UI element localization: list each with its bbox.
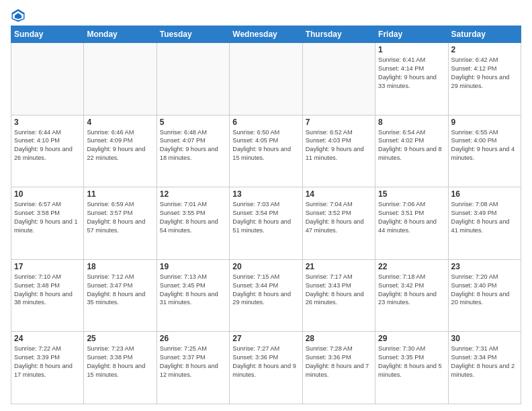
day-number: 27 (232, 334, 299, 343)
day-info: Sunrise: 7:06 AMSunset: 3:51 PMDaylight:… (378, 200, 445, 235)
day-info: Sunrise: 7:13 AMSunset: 3:45 PMDaylight:… (160, 273, 226, 308)
calendar-cell: 3Sunrise: 6:44 AMSunset: 4:10 PMDaylight… (11, 115, 84, 187)
day-info: Sunrise: 7:30 AMSunset: 3:35 PMDaylight:… (378, 345, 445, 379)
calendar-cell: 7Sunrise: 6:52 AMSunset: 4:03 PMDaylight… (302, 115, 375, 187)
calendar-cell: 12Sunrise: 7:01 AMSunset: 3:55 PMDayligh… (157, 187, 229, 260)
day-number: 15 (378, 189, 445, 199)
day-number: 8 (378, 118, 445, 127)
calendar-cell (230, 43, 302, 116)
header (11, 8, 521, 23)
logo-icon (11, 8, 26, 23)
day-number: 29 (378, 334, 445, 343)
day-info: Sunrise: 7:23 AMSunset: 3:38 PMDaylight:… (87, 345, 153, 379)
calendar-cell: 30Sunrise: 7:31 AMSunset: 3:34 PMDayligh… (448, 332, 521, 404)
calendar-cell (302, 43, 375, 116)
day-info: Sunrise: 7:12 AMSunset: 3:47 PMDaylight:… (87, 273, 153, 308)
day-info: Sunrise: 7:15 AMSunset: 3:44 PMDaylight:… (232, 273, 299, 308)
day-number: 18 (87, 262, 153, 271)
day-info: Sunrise: 6:41 AMSunset: 4:14 PMDaylight:… (378, 56, 445, 91)
day-info: Sunrise: 6:44 AMSunset: 4:10 PMDaylight:… (14, 128, 81, 163)
calendar-cell: 11Sunrise: 6:59 AMSunset: 3:57 PMDayligh… (84, 187, 157, 260)
calendar-cell: 2Sunrise: 6:42 AMSunset: 4:12 PMDaylight… (448, 43, 521, 116)
calendar-cell (84, 43, 157, 116)
day-number: 5 (160, 118, 226, 127)
day-info: Sunrise: 6:55 AMSunset: 4:00 PMDaylight:… (451, 128, 518, 163)
day-number: 21 (306, 262, 372, 271)
day-info: Sunrise: 6:46 AMSunset: 4:09 PMDaylight:… (87, 128, 153, 163)
day-number: 19 (160, 262, 226, 271)
day-info: Sunrise: 6:48 AMSunset: 4:07 PMDaylight:… (160, 128, 226, 163)
calendar-cell: 17Sunrise: 7:10 AMSunset: 3:48 PMDayligh… (11, 259, 84, 332)
day-number: 20 (232, 262, 299, 271)
calendar-cell (11, 43, 84, 116)
day-info: Sunrise: 6:52 AMSunset: 4:03 PMDaylight:… (306, 128, 372, 163)
calendar-cell: 21Sunrise: 7:17 AMSunset: 3:43 PMDayligh… (302, 259, 375, 332)
calendar-cell: 1Sunrise: 6:41 AMSunset: 4:14 PMDaylight… (375, 43, 448, 116)
day-info: Sunrise: 7:28 AMSunset: 3:36 PMDaylight:… (306, 345, 372, 379)
calendar-cell: 20Sunrise: 7:15 AMSunset: 3:44 PMDayligh… (230, 259, 302, 332)
day-number: 10 (14, 189, 81, 199)
calendar-cell: 18Sunrise: 7:12 AMSunset: 3:47 PMDayligh… (84, 259, 157, 332)
calendar-cell: 10Sunrise: 6:57 AMSunset: 3:58 PMDayligh… (11, 187, 84, 260)
calendar-col-header: Monday (84, 26, 157, 43)
calendar-col-header: Friday (375, 26, 448, 43)
day-number: 14 (306, 189, 372, 199)
day-number: 25 (87, 334, 153, 343)
day-info: Sunrise: 7:20 AMSunset: 3:40 PMDaylight:… (451, 273, 518, 308)
calendar-col-header: Thursday (302, 26, 375, 43)
calendar-cell: 24Sunrise: 7:22 AMSunset: 3:39 PMDayligh… (11, 332, 84, 404)
day-info: Sunrise: 6:50 AMSunset: 4:05 PMDaylight:… (232, 128, 299, 163)
day-number: 28 (306, 334, 372, 343)
day-number: 30 (451, 334, 518, 343)
day-info: Sunrise: 7:27 AMSunset: 3:36 PMDaylight:… (232, 345, 299, 379)
calendar-table: SundayMondayTuesdayWednesdayThursdayFrid… (11, 26, 521, 404)
calendar-week-row: 10Sunrise: 6:57 AMSunset: 3:58 PMDayligh… (11, 187, 521, 260)
day-info: Sunrise: 7:25 AMSunset: 3:37 PMDaylight:… (160, 345, 226, 379)
calendar-cell: 23Sunrise: 7:20 AMSunset: 3:40 PMDayligh… (448, 259, 521, 332)
page: SundayMondayTuesdayWednesdayThursdayFrid… (0, 0, 532, 411)
day-number: 17 (14, 262, 81, 271)
logo (11, 8, 28, 23)
day-info: Sunrise: 7:01 AMSunset: 3:55 PMDaylight:… (160, 200, 226, 235)
calendar-cell: 25Sunrise: 7:23 AMSunset: 3:38 PMDayligh… (84, 332, 157, 404)
day-info: Sunrise: 6:42 AMSunset: 4:12 PMDaylight:… (451, 56, 518, 91)
calendar-cell: 26Sunrise: 7:25 AMSunset: 3:37 PMDayligh… (157, 332, 229, 404)
day-number: 7 (306, 118, 372, 127)
day-number: 4 (87, 118, 153, 127)
day-number: 16 (451, 189, 518, 199)
calendar-cell: 6Sunrise: 6:50 AMSunset: 4:05 PMDaylight… (230, 115, 302, 187)
calendar-cell: 27Sunrise: 7:27 AMSunset: 3:36 PMDayligh… (230, 332, 302, 404)
day-number: 12 (160, 189, 226, 199)
day-info: Sunrise: 6:57 AMSunset: 3:58 PMDaylight:… (14, 200, 81, 235)
day-info: Sunrise: 7:18 AMSunset: 3:42 PMDaylight:… (378, 273, 445, 308)
day-info: Sunrise: 6:54 AMSunset: 4:02 PMDaylight:… (378, 128, 445, 163)
day-number: 9 (451, 118, 518, 127)
day-info: Sunrise: 7:04 AMSunset: 3:52 PMDaylight:… (306, 200, 372, 235)
day-number: 11 (87, 189, 153, 199)
day-number: 23 (451, 262, 518, 271)
calendar-cell: 19Sunrise: 7:13 AMSunset: 3:45 PMDayligh… (157, 259, 229, 332)
day-info: Sunrise: 6:59 AMSunset: 3:57 PMDaylight:… (87, 200, 153, 235)
calendar-cell: 13Sunrise: 7:03 AMSunset: 3:54 PMDayligh… (230, 187, 302, 260)
calendar-week-row: 3Sunrise: 6:44 AMSunset: 4:10 PMDaylight… (11, 115, 521, 187)
day-number: 24 (14, 334, 81, 343)
calendar-cell: 4Sunrise: 6:46 AMSunset: 4:09 PMDaylight… (84, 115, 157, 187)
calendar-cell: 29Sunrise: 7:30 AMSunset: 3:35 PMDayligh… (375, 332, 448, 404)
calendar-cell: 14Sunrise: 7:04 AMSunset: 3:52 PMDayligh… (302, 187, 375, 260)
day-number: 1 (378, 45, 445, 54)
calendar-cell (157, 43, 229, 116)
calendar-week-row: 1Sunrise: 6:41 AMSunset: 4:14 PMDaylight… (11, 43, 521, 116)
day-number: 22 (378, 262, 445, 271)
calendar-week-row: 24Sunrise: 7:22 AMSunset: 3:39 PMDayligh… (11, 332, 521, 404)
day-number: 3 (14, 118, 81, 127)
calendar-header-row: SundayMondayTuesdayWednesdayThursdayFrid… (11, 26, 521, 43)
calendar-cell: 28Sunrise: 7:28 AMSunset: 3:36 PMDayligh… (302, 332, 375, 404)
calendar-col-header: Sunday (11, 26, 84, 43)
calendar-cell: 9Sunrise: 6:55 AMSunset: 4:00 PMDaylight… (448, 115, 521, 187)
day-number: 26 (160, 334, 226, 343)
calendar-col-header: Saturday (448, 26, 521, 43)
day-info: Sunrise: 7:10 AMSunset: 3:48 PMDaylight:… (14, 273, 81, 308)
calendar-cell: 5Sunrise: 6:48 AMSunset: 4:07 PMDaylight… (157, 115, 229, 187)
day-number: 13 (232, 189, 299, 199)
day-info: Sunrise: 7:31 AMSunset: 3:34 PMDaylight:… (451, 345, 518, 379)
